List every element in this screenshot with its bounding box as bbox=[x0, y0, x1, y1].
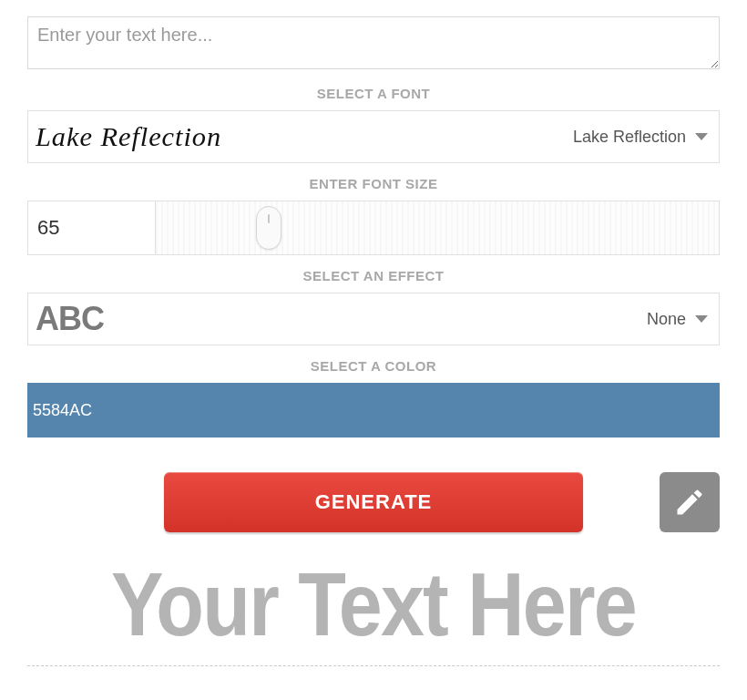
effect-section-label: SELECT AN EFFECT bbox=[27, 268, 720, 283]
edit-button[interactable] bbox=[660, 472, 720, 532]
svg-text:Lake Reflection: Lake Reflection bbox=[36, 121, 221, 152]
generate-button[interactable]: GENERATE bbox=[164, 472, 583, 532]
font-size-slider[interactable] bbox=[156, 201, 719, 254]
color-hex-label: 5584AC bbox=[33, 401, 92, 420]
effect-preview: ABC bbox=[28, 293, 636, 345]
text-input[interactable] bbox=[27, 16, 720, 69]
generated-text-preview: Your Text Here bbox=[69, 560, 679, 649]
effect-sample-text: ABC bbox=[36, 300, 104, 338]
effect-dropdown-value[interactable]: None bbox=[636, 293, 719, 345]
action-row: GENERATE bbox=[27, 472, 720, 532]
font-preview-image: Lake Reflection bbox=[36, 119, 364, 154]
size-section-label: ENTER FONT SIZE bbox=[27, 176, 720, 191]
font-section-label: SELECT A FONT bbox=[27, 86, 720, 101]
pencil-icon bbox=[673, 486, 706, 519]
font-dropdown-value[interactable]: Lake Reflection bbox=[562, 111, 719, 162]
font-selected-label: Lake Reflection bbox=[573, 128, 686, 147]
font-preview: Lake Reflection bbox=[28, 111, 562, 162]
effect-selected-label: None bbox=[647, 310, 686, 329]
divider bbox=[27, 665, 720, 666]
font-selector[interactable]: Lake Reflection Lake Reflection bbox=[27, 110, 720, 163]
font-size-row bbox=[27, 201, 720, 255]
font-size-input[interactable] bbox=[28, 201, 156, 254]
color-selector[interactable]: 5584AC bbox=[27, 383, 720, 438]
slider-thumb[interactable] bbox=[256, 206, 281, 250]
color-section-label: SELECT A COLOR bbox=[27, 358, 720, 374]
chevron-down-icon bbox=[695, 133, 708, 140]
chevron-down-icon bbox=[695, 315, 708, 323]
effect-selector[interactable]: ABC None bbox=[27, 293, 720, 345]
